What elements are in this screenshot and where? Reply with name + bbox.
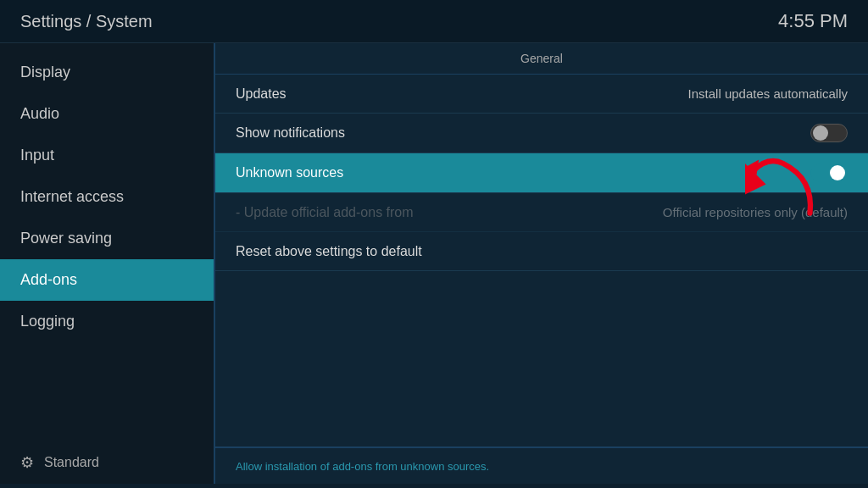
setting-row-updates[interactable]: UpdatesInstall updates automatically: [215, 75, 868, 114]
gear-icon: ⚙: [20, 453, 34, 472]
sidebar-item-display[interactable]: Display: [0, 52, 214, 93]
setting-row-reset-settings[interactable]: Reset above settings to default: [215, 232, 868, 271]
setting-row-show-notifications[interactable]: Show notifications: [215, 114, 868, 153]
content-inner: General UpdatesInstall updates automatic…: [215, 43, 868, 446]
sidebar: DisplayAudioInputInternet accessPower sa…: [0, 43, 214, 484]
footer-hint: Allow installation of add-ons from unkno…: [236, 460, 489, 473]
sidebar-item-audio[interactable]: Audio: [0, 93, 214, 135]
main-layout: DisplayAudioInputInternet accessPower sa…: [0, 43, 868, 484]
page-title: Settings / System: [20, 12, 153, 31]
setting-label-reset-settings: Reset above settings to default: [236, 244, 422, 259]
toggle-show-notifications[interactable]: [810, 124, 848, 142]
setting-label-updates: Updates: [236, 86, 287, 102]
header: Settings / System 4:55 PM: [0, 0, 868, 43]
sidebar-footer-label: Standard: [44, 455, 99, 470]
setting-row-update-official-addons: - Update official add-ons fromOfficial r…: [215, 193, 868, 232]
setting-label-update-official-addons: - Update official add-ons from: [236, 205, 414, 220]
setting-label-unknown-sources: Unknown sources: [236, 165, 343, 180]
content-footer: Allow installation of add-ons from unkno…: [215, 446, 868, 484]
setting-value-updates: Install updates automatically: [688, 86, 848, 101]
sidebar-footer[interactable]: ⚙ Standard: [0, 441, 214, 484]
toggle-unknown-sources[interactable]: [810, 164, 848, 182]
settings-list: UpdatesInstall updates automaticallyShow…: [215, 75, 868, 271]
sidebar-item-power-saving[interactable]: Power saving: [0, 218, 214, 259]
setting-label-show-notifications: Show notifications: [236, 125, 345, 141]
content-area: General UpdatesInstall updates automatic…: [214, 43, 868, 484]
clock: 4:55 PM: [778, 10, 848, 32]
setting-value-update-official-addons: Official repositories only (default): [663, 205, 848, 219]
sidebar-item-internet-access[interactable]: Internet access: [0, 176, 214, 218]
sidebar-item-add-ons[interactable]: Add-ons: [0, 259, 214, 301]
section-header: General: [215, 43, 868, 75]
setting-row-unknown-sources[interactable]: Unknown sources: [215, 153, 868, 193]
sidebar-nav: DisplayAudioInputInternet accessPower sa…: [0, 52, 214, 342]
sidebar-item-logging[interactable]: Logging: [0, 301, 214, 342]
sidebar-item-input[interactable]: Input: [0, 135, 214, 176]
